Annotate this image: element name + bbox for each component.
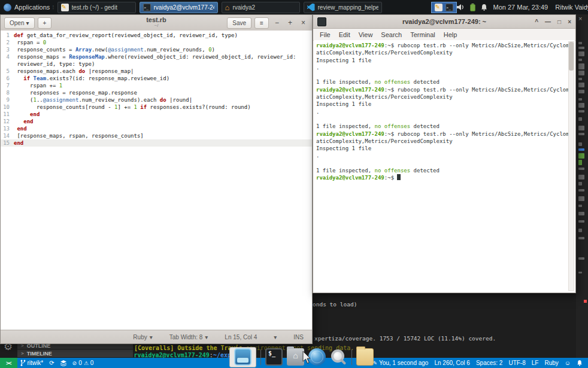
terminal-scrollbar[interactable] [568,41,574,291]
tray-open-apps[interactable] [431,2,457,13]
errors-icon: ⊘ [72,360,77,366]
tab-width-selector[interactable]: Tab Width: 8 ▾ [169,334,208,340]
line-number: 10 [1,104,10,111]
gedit-icon[interactable] [435,4,442,11]
minimize-button[interactable]: — [545,19,551,25]
indentation-status[interactable]: Spaces: 2 [473,360,505,366]
code-editor[interactable]: 1def get_data_for_review_report(reviewed… [1,31,312,330]
window-button-label: rvaidya2@vclvm177-24... [154,4,214,11]
window-button[interactable]: test.rb (~/) - gedit [57,2,136,13]
encoding-status[interactable]: UTF-8 [505,360,528,366]
minimap-mark [578,272,582,273]
home-folder-icon[interactable] [287,348,304,366]
speaker-icon[interactable] [457,4,465,11]
feedback-icon[interactable]: ☺ [562,360,574,366]
insert-mode-indicator: INS [293,334,304,340]
minimize-button[interactable]: − [272,19,282,27]
line-number: 8 [1,89,10,96]
username[interactable]: Ritwik Vaidya [555,4,588,11]
last-edit-label: You, 1 second ago [379,360,428,366]
code-line: 3 response_counts = Array.new(@assignmen… [1,46,312,53]
minimap-mark [578,168,584,170]
window-button[interactable]: review_mapping_helper.... [304,2,382,13]
branch-label: ritwik* [28,360,44,366]
remote-indicator[interactable]: >< [0,358,17,368]
eol-status[interactable]: LF [529,360,542,366]
vscode-icon [307,4,315,11]
chevron-right-icon: > [21,351,24,356]
problems-indicator[interactable]: ⊘ 0 ⚠ 0 [69,360,97,366]
clock[interactable]: Mon 27 Mar, 23:49 [493,4,548,11]
code-line: 9 (1..@assignment.num_review_rounds).eac… [1,96,312,104]
terminal-menu-view[interactable]: View [354,31,377,38]
file-manager-icon[interactable] [234,348,251,366]
terminal-titlebar[interactable]: rvaidya2@vclvm177-249: ~ ^ — □ × [313,15,575,29]
terminal-line: rvaidya2@vclvm177-249:~$ rubocop test.rb… [316,130,575,138]
notifications-bell-icon[interactable] [574,360,586,366]
window-button-label: review_mapping_helper.... [318,4,378,11]
close-icon[interactable]: × [578,15,582,22]
minimap-mark [578,220,584,223]
code-line: 12 end [1,118,312,125]
save-button[interactable]: Save [227,17,251,29]
scrollbar-thumb[interactable] [569,42,574,71]
terminal-menu-file[interactable]: File [316,31,335,38]
minimap-mark [578,196,584,201]
maximize-button[interactable]: □ [557,19,561,25]
vscode-minimap[interactable] [576,14,588,358]
line-number: 7 [1,82,10,89]
window-button-label: test.rb (~/) - gedit [72,4,117,11]
git-branch-button[interactable]: ritwik* [17,360,47,366]
layers-icon[interactable] [57,360,69,366]
notifications-bell-icon[interactable] [481,4,487,11]
close-button[interactable]: × [568,19,571,25]
statusbar-left: >< ritwik* ⟳ ⊘ 0 ⚠ 0 [0,358,96,368]
window-button[interactable]: rvaidya2 [222,2,300,13]
terminal-icon [143,4,151,11]
code-line: 4 response_maps = ResponseMap.where(revi… [1,53,312,60]
sidebar-section-timeline[interactable]: > TIMELINE [17,349,133,357]
language-mode-status[interactable]: Ruby [541,360,561,366]
minimap-mark [578,182,582,185]
dock-separator [351,349,352,365]
last-edit-info[interactable]: ✎ You, 1 second ago [369,360,431,366]
layers-icon [60,360,66,366]
terminal-icon[interactable] [445,4,453,11]
sync-button[interactable]: ⟳ [46,360,57,366]
new-document-button[interactable]: + [38,17,52,29]
terminal-line: 1 file inspected, no offenses detected [316,78,575,86]
applications-menu[interactable]: Applications [4,4,50,11]
goto-dropdown[interactable]: ▾ [274,334,277,340]
maximize-button[interactable]: + [285,19,295,27]
shade-button[interactable]: ^ [535,19,538,25]
line-number: 6 [1,75,10,82]
terminal-menu-edit[interactable]: Edit [335,31,354,38]
minimap-mark [578,42,582,44]
language-selector[interactable]: Ruby ▾ [133,334,152,340]
terminal-menu-help[interactable]: Help [440,31,462,38]
minimap-mark [578,205,582,207]
search-icon[interactable] [330,348,347,366]
minimap-mark [578,63,584,69]
close-button[interactable]: × [298,19,308,27]
terminal-launcher-icon[interactable] [265,348,283,366]
window-button[interactable]: rvaidya2@vclvm177-24... [140,2,218,13]
terminal-line: . [316,108,575,115]
gedit-menu-button[interactable]: ≡ [254,17,269,29]
minimap-mark [578,237,584,239]
terminal-line: Inspecting 1 file [316,57,575,64]
folder-icon[interactable] [356,348,374,366]
terminal-menu-search[interactable]: Search [377,31,406,38]
gedit-window: Open ▾ + test.rb ~/ Save ≡ − + × 1def ge… [0,14,313,344]
gedit-titlebar[interactable]: Open ▾ + test.rb ~/ Save ≡ − + × [1,15,312,31]
home-icon [225,4,230,11]
battery-icon[interactable] [470,4,475,11]
cursor-position[interactable]: Ln 15, Col 4 [225,334,257,340]
open-button[interactable]: Open ▾ [4,17,35,29]
terminal-line: Inspecting 1 file [316,101,575,108]
terminal-output[interactable]: rvaidya2@vclvm177-249:~$ rubocop test.rb… [314,40,575,292]
code-line: 15end [1,139,312,147]
gedit-icon [61,4,69,11]
cursor-position-status[interactable]: Ln 260, Col 6 [431,360,473,366]
terminal-menu-terminal[interactable]: Terminal [406,31,440,38]
